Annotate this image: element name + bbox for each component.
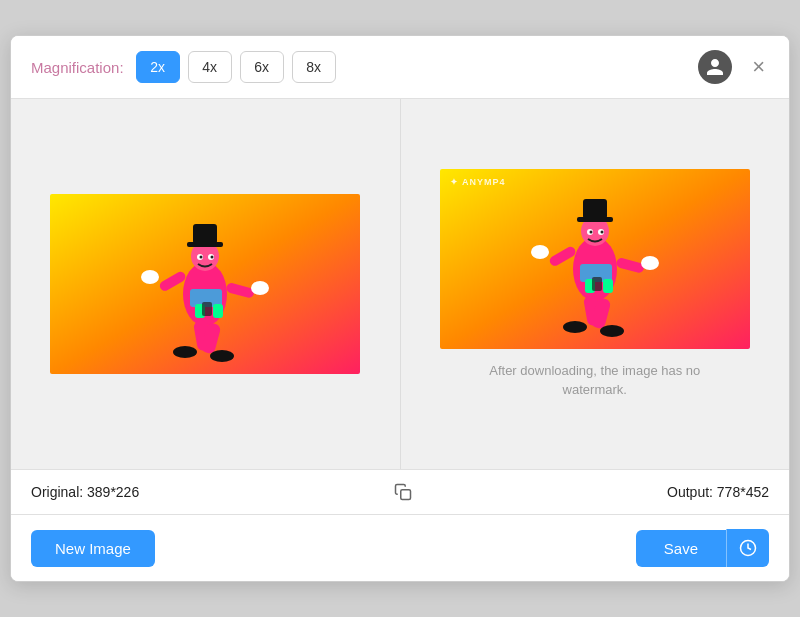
original-image bbox=[50, 194, 360, 374]
new-image-button[interactable]: New Image bbox=[31, 530, 155, 567]
output-image: ✦ ANYMP4 bbox=[440, 169, 750, 349]
close-button[interactable]: × bbox=[748, 54, 769, 80]
user-icon[interactable] bbox=[698, 50, 732, 84]
header: Magnification: 2x 4x 6x 8x × bbox=[11, 36, 789, 99]
mag-btn-6x[interactable]: 6x bbox=[240, 51, 284, 83]
mag-btn-4x[interactable]: 4x bbox=[188, 51, 232, 83]
clock-icon bbox=[739, 539, 757, 557]
output-figure-svg bbox=[440, 169, 750, 349]
svg-point-10 bbox=[141, 270, 159, 284]
save-group: Save bbox=[636, 529, 769, 567]
svg-point-12 bbox=[251, 281, 269, 295]
svg-point-19 bbox=[210, 350, 234, 362]
svg-rect-36 bbox=[603, 279, 613, 293]
watermark-text: ✦ ANYMP4 bbox=[450, 177, 506, 187]
svg-rect-41 bbox=[592, 277, 602, 291]
save-button[interactable]: Save bbox=[636, 530, 726, 567]
svg-rect-25 bbox=[583, 199, 607, 219]
svg-point-33 bbox=[641, 256, 659, 270]
svg-rect-4 bbox=[193, 224, 217, 244]
svg-point-8 bbox=[211, 256, 214, 259]
magnification-label: Magnification: bbox=[31, 59, 124, 76]
after-download-message: After downloading, the image has no wate… bbox=[475, 361, 715, 400]
status-bar: Original: 389*226 Output: 778*452 bbox=[11, 469, 789, 515]
original-size-label: Original: 389*226 bbox=[31, 484, 139, 500]
output-image-panel: ✦ ANYMP4 After downloading, the image ha… bbox=[401, 99, 790, 469]
footer: New Image Save bbox=[11, 515, 789, 581]
save-history-button[interactable] bbox=[726, 529, 769, 567]
svg-point-29 bbox=[600, 230, 603, 233]
original-figure-svg bbox=[50, 194, 360, 374]
output-size-label: Output: 778*452 bbox=[667, 484, 769, 500]
copy-icon[interactable] bbox=[391, 480, 415, 504]
svg-point-40 bbox=[600, 325, 624, 337]
svg-rect-42 bbox=[401, 490, 411, 500]
svg-point-31 bbox=[531, 245, 549, 259]
content-area: ✦ ANYMP4 After downloading, the image ha… bbox=[11, 99, 789, 469]
magnification-buttons: 2x 4x 6x 8x bbox=[136, 51, 336, 83]
mag-btn-8x[interactable]: 8x bbox=[292, 51, 336, 83]
svg-point-7 bbox=[200, 256, 203, 259]
svg-point-39 bbox=[563, 321, 587, 333]
user-avatar-icon bbox=[705, 57, 725, 77]
main-dialog: Magnification: 2x 4x 6x 8x × bbox=[10, 35, 790, 582]
mag-btn-2x[interactable]: 2x bbox=[136, 51, 180, 83]
svg-point-28 bbox=[589, 230, 592, 233]
svg-rect-15 bbox=[213, 304, 223, 318]
svg-rect-20 bbox=[202, 302, 212, 316]
svg-point-18 bbox=[173, 346, 197, 358]
original-image-panel bbox=[11, 99, 401, 469]
